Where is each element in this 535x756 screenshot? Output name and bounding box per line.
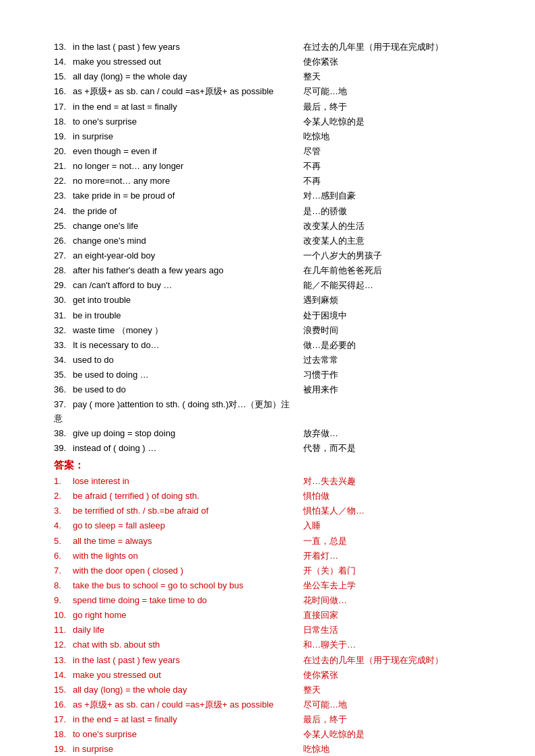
chinese-text: 吃惊地 [303,130,481,143]
chinese-text: 在几年前他爸爸死后 [303,264,481,277]
chinese-text: 遇到麻烦 [303,294,481,307]
english-text: 14.make you stressed out [54,55,303,69]
red-lines-section: 1.lose interest in对…失去兴趣2.be afraid ( te… [54,475,481,756]
english-text: 11.daily life [54,623,303,637]
list-item: 1.lose interest in对…失去兴趣 [54,475,481,488]
english-text: 2.be afraid ( terrified ) of doing sth. [54,489,303,503]
list-item: 17.in the end = at last = finally最后，终于 [54,713,481,726]
list-item: 38.give up doing = stop doing放弃做… [54,427,481,440]
list-item: 12.chat with sb. about sth和…聊关于… [54,638,481,652]
list-item: 11.daily life日常生活 [54,623,481,637]
list-item: 36.be used to do被用来作 [54,383,481,397]
english-text: 24.the pride of [54,205,303,218]
list-item: 13.in the last ( past ) few years在过去的几年里… [54,40,481,54]
english-text: 22.no more=not… any more [54,174,303,188]
chinese-text: 最后，终于 [303,713,481,726]
english-text: 6.with the lights on [54,549,303,563]
english-text: 38.give up doing = stop doing [54,427,303,440]
chinese-text: 放弃做… [303,427,481,440]
list-item: 16.as +原级+ as sb. can / could =as+原级+ as… [54,85,481,98]
list-item: 24.the pride of是…的骄傲 [54,205,481,218]
chinese-text: 在过去的几年里（用于现在完成时） [303,40,481,54]
english-text: 12.chat with sb. about sth [54,638,303,652]
chinese-text: 和…聊关于… [303,638,481,652]
english-text: 37.pay ( more )attention to sth. ( doing… [54,398,303,425]
chinese-text: 使你紧张 [303,668,481,682]
list-item: 15.all day (long) = the whole day整天 [54,683,481,697]
list-item: 19.in surprise吃惊地 [54,130,481,143]
english-text: 15.all day (long) = the whole day [54,683,303,697]
english-text: 16.as +原级+ as sb. can / could =as+原级+ as… [54,698,303,712]
english-text: 16.as +原级+ as sb. can / could =as+原级+ as… [54,85,303,98]
chinese-text: 惧怕做 [303,489,481,503]
chinese-text: 是…的骄傲 [303,205,481,218]
chinese-text: 不再 [303,174,481,188]
chinese-text: 浪费时间 [303,324,481,337]
list-item: 18.to one's surprise令某人吃惊的是 [54,115,481,129]
english-text: 17.in the end = at last = finally [54,100,303,114]
list-item: 29.can /can't afford to buy …能／不能买得起… [54,279,481,292]
english-text: 15.all day (long) = the whole day [54,70,303,83]
list-item: 25.change one's life改变某人的生活 [54,219,481,233]
list-item: 23.take pride in = be proud of对…感到自豪 [54,189,481,203]
chinese-text: 处于困境中 [303,309,481,322]
chinese-text: 做…是必要的 [303,339,481,352]
chinese-text: 对…感到自豪 [303,189,481,203]
english-text: 18.to one's surprise [54,728,303,741]
chinese-text: 改变某人的生活 [303,219,481,233]
list-item: 2.be afraid ( terrified ) of doing sth.惧… [54,489,481,503]
chinese-text: 对…失去兴趣 [303,475,481,488]
english-text: 31.be in trouble [54,309,303,322]
chinese-text: 入睡 [303,519,481,532]
english-text: 32.waste time （money ） [54,324,303,337]
list-item: 3.be terrified of sth. / sb.=be afraid o… [54,504,481,518]
english-text: 28.after his father's death a few years … [54,264,303,277]
english-text: 34.used to do [54,353,303,367]
english-text: 25.change one's life [54,219,303,233]
chinese-text: 最后，终于 [303,100,481,114]
list-item: 7.with the door open ( closed )开（关）着门 [54,564,481,578]
list-item: 9.spend time doing = take time to do花时间做… [54,594,481,607]
list-item: 6.with the lights on开着灯… [54,549,481,563]
chinese-text: 过去常常 [303,353,481,367]
list-item: 35.be used to doing …习惯于作 [54,368,481,382]
english-text: 1.lose interest in [54,475,303,488]
english-text: 4.go to sleep = fall asleep [54,519,303,532]
english-text: 3.be terrified of sth. / sb.=be afraid o… [54,504,303,518]
english-text: 30.get into trouble [54,294,303,307]
english-text: 35.be used to doing … [54,368,303,382]
english-text: 29.can /can't afford to buy … [54,279,303,292]
chinese-text: 尽可能…地 [303,698,481,712]
chinese-text: 习惯于作 [303,368,481,382]
list-item: 15.all day (long) = the whole day整天 [54,70,481,83]
list-item: 14.make you stressed out使你紧张 [54,668,481,682]
chinese-text: 被用来作 [303,383,481,397]
english-text: 23.take pride in = be proud of [54,189,303,203]
english-text: 13.in the last ( past ) few years [54,40,303,54]
chinese-text: 花时间做… [303,594,481,607]
english-text: 27.an eight-year-old boy [54,249,303,263]
list-item: 8.take the bus to school = go to school … [54,579,481,592]
chinese-text: 在过去的几年里（用于现在完成时） [303,654,481,667]
list-item: 21.no longer = not… any longer不再 [54,160,481,173]
list-item: 18.to one's surprise令某人吃惊的是 [54,728,481,741]
chinese-text: 改变某人的主意 [303,234,481,248]
english-text: 21.no longer = not… any longer [54,160,303,173]
list-item: 33.It is necessary to do…做…是必要的 [54,339,481,352]
chinese-text: 直接回家 [303,609,481,622]
chinese-text: 使你紧张 [303,55,481,69]
list-item: 13.in the last ( past ) few years在过去的几年里… [54,654,481,667]
chinese-text: 一直，总是 [303,535,481,548]
english-text: 5.all the time = always [54,535,303,548]
chinese-text [303,398,481,425]
answer-header: 答案： [54,459,481,472]
english-text: 13.in the last ( past ) few years [54,654,303,667]
english-text: 26.change one's mind [54,234,303,248]
english-text: 18.to one's surprise [54,115,303,129]
english-text: 17.in the end = at last = finally [54,713,303,726]
english-text: 7.with the door open ( closed ) [54,564,303,578]
chinese-text: 整天 [303,70,481,83]
list-item: 4.go to sleep = fall asleep入睡 [54,519,481,532]
chinese-text: 坐公车去上学 [303,579,481,592]
list-item: 39.instead of ( doing ) …代替，而不是 [54,442,481,455]
